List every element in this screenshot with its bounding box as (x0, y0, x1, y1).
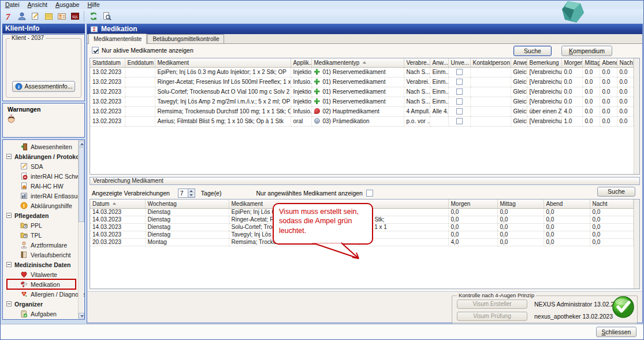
kompendium-button[interactable]: Kompendium (561, 46, 612, 56)
column-header[interactable]: Verabre... (404, 58, 430, 67)
sidebar-item-ppl[interactable]: PPL (3, 220, 77, 230)
table-row[interactable]: 13.02.2023Solu-Cortef; Trockensub Act O … (90, 87, 633, 97)
table-row[interactable]: 13.02.2023Remsima; Trockensub Durchstf 1… (90, 106, 633, 116)
visum-ersteller-button[interactable]: Visum Ersteller (457, 300, 527, 309)
sidebar-group-medizinische-daten[interactable]: Medizinische Daten (3, 260, 77, 269)
column-header[interactable]: Mittag (582, 58, 600, 67)
heart-icon (20, 271, 28, 278)
column-header[interactable]: Applik... (291, 58, 311, 67)
sql-icon[interactable]: SQL (69, 10, 81, 22)
sidebar-item-aufgaben[interactable]: Aufgaben (3, 309, 77, 319)
table-cell (125, 106, 155, 116)
tab-betaeubungsmittelkontrolle[interactable]: Betäubungsmittelkontrolle (147, 34, 224, 43)
sidebar-item-abwesenheiten[interactable]: Abwesenheiten (3, 142, 77, 151)
column-header[interactable]: Medikamententyp (311, 58, 404, 67)
checkbox[interactable] (456, 98, 463, 105)
tree-scrollbar[interactable] (78, 141, 84, 319)
menu-hilfe[interactable]: Hilfe (84, 1, 103, 9)
close-button[interactable]: Schliessen (596, 327, 636, 337)
column-header[interactable]: Abend (544, 199, 590, 208)
sidebar-item-interrai-hc-schweiz[interactable]: interRAI HC Schweiz (3, 171, 77, 181)
column-header[interactable]: Datum (90, 199, 145, 208)
column-header[interactable]: Mittag (497, 199, 544, 208)
table-cell: 0.0 (582, 97, 600, 106)
spinner-up-icon[interactable] (188, 189, 195, 193)
sidebar-item-abklaerungshilfe[interactable]: ! Abklärungshilfe (3, 201, 77, 210)
column-header[interactable]: Morgen (448, 199, 497, 208)
collapse-icon[interactable] (6, 301, 12, 306)
nurse-warning-icon[interactable] (6, 114, 16, 124)
sidebar-item-sda[interactable]: SDA (3, 161, 77, 171)
column-header[interactable]: Anw... (430, 58, 448, 67)
sidebar-item-medikation[interactable]: Medikation (3, 279, 77, 289)
column-header[interactable]: Nacht (590, 199, 633, 208)
column-header[interactable]: Morgen (561, 58, 582, 67)
sidebar-item-tpl[interactable]: TPL (3, 230, 77, 240)
table-scrollbar[interactable] (634, 199, 639, 289)
days-spinner[interactable]: 7 (178, 189, 195, 198)
edit-note-icon[interactable] (29, 10, 41, 22)
administration-search-button[interactable]: Suche (597, 187, 635, 197)
sidebar-group-pflegedaten[interactable]: Pflegedaten (3, 210, 77, 220)
table-row[interactable]: 13.02.2023Aerius; Filmtabl Blist 5 mg; 1… (90, 116, 633, 126)
checkbox[interactable] (92, 47, 99, 54)
search-button[interactable]: Suche (513, 46, 552, 56)
refresh-icon[interactable] (87, 10, 99, 22)
column-header[interactable]: Medikament (155, 58, 291, 67)
sidebar-item-interrai-entlassung[interactable]: interRAI Entlassung (3, 191, 77, 201)
collapse-icon[interactable] (6, 213, 12, 218)
table-row[interactable]: 13.02.2023Tavegyl; Inj Lös Amp 2 mg/2ml … (90, 97, 633, 106)
column-header[interactable]: Kontaktperson (470, 58, 511, 67)
menu-ausgabe[interactable]: Ausgabe (52, 1, 83, 9)
column-header[interactable]: Unve... (448, 58, 470, 67)
book-icon (20, 251, 28, 258)
checkbox[interactable] (456, 69, 463, 75)
tasks-icon (20, 310, 28, 317)
menu-datei[interactable]: Datei (2, 1, 23, 9)
column-header[interactable]: Wochentag (145, 199, 229, 208)
sidebar-item-verlaufsbericht[interactable]: Verlaufsbericht (3, 250, 77, 260)
only-selected-checkbox[interactable] (366, 190, 373, 197)
column-header[interactable]: Enddatum (125, 58, 155, 67)
table-row[interactable]: 13.02.2023Ringer-Acetat; Fresenius Inf L… (90, 77, 633, 87)
table-scrollbar[interactable] (634, 58, 639, 174)
column-header[interactable]: Abend (600, 58, 617, 67)
active-medication-filter[interactable]: Nur aktive Medikamente anzeigen (92, 47, 193, 54)
table-cell: 14.03.2023 (90, 208, 145, 216)
table-cell: oral (291, 116, 311, 126)
tab-medikamentenliste[interactable]: Medikamentenliste (88, 34, 147, 44)
checkbox[interactable] (456, 118, 463, 124)
sidebar-item-vitalwerte[interactable]: Vitalwerte (3, 269, 77, 279)
table-cell: [Verabreichun... (527, 77, 561, 87)
spinner-down-icon[interactable] (188, 193, 195, 197)
checkbox[interactable] (456, 108, 463, 114)
sidebar-item-rai-hc-hw[interactable]: RAI-HC HW (3, 181, 77, 191)
visum-pruefung-button[interactable]: Visum Prüfung (457, 312, 527, 321)
sidebar-group-abklaerungen-protokolle[interactable]: Abklärungen / Protokolle (3, 151, 77, 161)
nexus-logo-icon[interactable]: 7 (2, 10, 14, 22)
collapse-icon[interactable] (6, 262, 12, 267)
sidebar-item-arztformulare[interactable]: Arztformulare (3, 240, 77, 250)
client-icon[interactable] (16, 10, 28, 22)
sidebar-group-organizer[interactable]: Organizer (3, 299, 77, 309)
scrollbar-thumb[interactable] (79, 147, 84, 222)
table-cell: [Verabreichun... (527, 87, 561, 97)
menu-ansicht[interactable]: Ansicht (24, 1, 51, 9)
column-header[interactable]: Startdatum (90, 58, 125, 67)
contact-icon[interactable] (55, 10, 68, 22)
scroll-down-icon[interactable] (79, 313, 84, 319)
table-row[interactable]: 13.02.2023EpiPen; Inj Lös 0.3 mg Auto In… (90, 67, 633, 77)
checkbox[interactable] (456, 88, 463, 95)
table-cell: Injektio... (291, 87, 311, 97)
notes-icon[interactable] (42, 10, 54, 22)
column-header[interactable]: Bemerkung (527, 58, 561, 67)
checkbox[interactable] (456, 79, 463, 85)
assessment-info-button[interactable]: i Assessmentinfo... (12, 81, 75, 92)
column-header[interactable]: Anwe... (511, 58, 527, 67)
scroll-up-icon[interactable] (79, 141, 84, 146)
sidebar-item-allergien-diagnosen[interactable]: Allergien / Diagnosen ... (3, 289, 77, 299)
column-header[interactable]: Nacht (617, 58, 633, 67)
table-cell: 14.03.2023 (90, 216, 145, 223)
print-preview-icon[interactable] (100, 10, 113, 22)
collapse-icon[interactable] (6, 154, 12, 159)
